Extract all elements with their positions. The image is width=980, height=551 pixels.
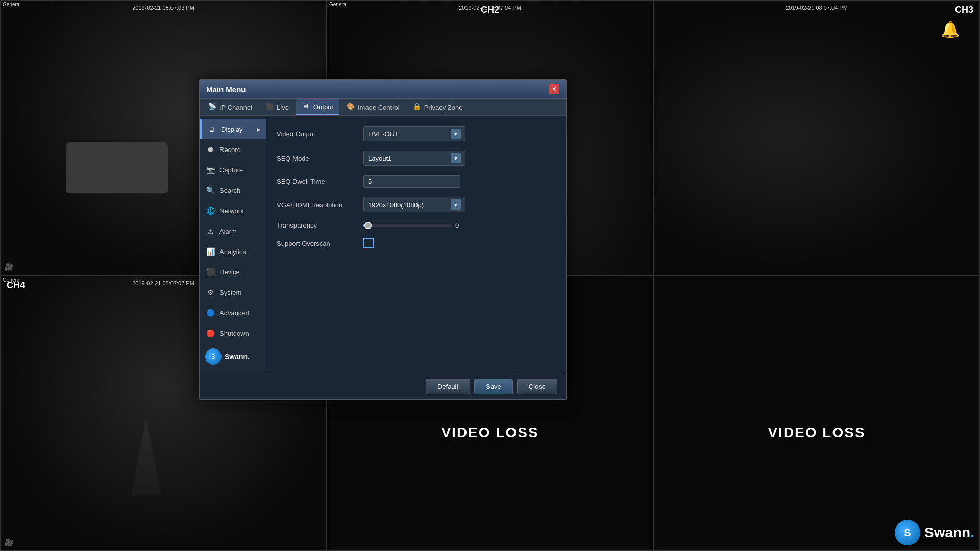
sidebar-item-capture[interactable]: 📷 Capture (200, 160, 266, 180)
sidebar-system-label: System (219, 289, 241, 296)
transparency-label: Transparency (277, 221, 358, 229)
dialog-title: Main Menu (206, 85, 246, 94)
live-icon: 🎥 (265, 103, 275, 112)
close-button[interactable]: Close (517, 379, 557, 394)
save-button[interactable]: Save (474, 379, 513, 394)
sidebar-item-shutdown[interactable]: 🔴 Shutdown (200, 323, 266, 343)
sidebar-analytics-label: Analytics (219, 248, 246, 256)
content-area: Video Output LIVE-OUT ▼ SEQ Mode Layout1… (266, 116, 566, 373)
sidebar-item-system[interactable]: ⚙ System (200, 282, 266, 303)
transparency-row: Transparency 0 (277, 221, 555, 229)
cam4-timestamp: 2019-02-21 08:07:07 PM (132, 280, 194, 286)
vga-hdmi-label: VGA/HDMI Resolution (277, 201, 358, 209)
video-output-value: LIVE-OUT (368, 130, 399, 138)
seq-dwell-control (363, 175, 465, 188)
vga-hdmi-value: 980x551(1080p) (368, 201, 424, 209)
seq-mode-control: Layout1 ▼ (363, 151, 465, 166)
swann-circle-icon: S (895, 520, 920, 545)
image-control-icon: 🎨 (347, 103, 356, 112)
cam6-swann: S Swann. (895, 520, 974, 545)
cam1-general: General (3, 2, 21, 7)
display-arrow-icon: ▶ (257, 127, 261, 132)
video-output-label: Video Output (277, 130, 358, 138)
transparency-slider-track[interactable] (363, 224, 451, 227)
cam1-timestamp: 2019-02-21 08:07:03 PM (132, 5, 194, 11)
main-menu-dialog: Main Menu ✕ 📡 IP Channel 🎥 Live 🖥 Output… (199, 79, 567, 400)
tab-bar: 📡 IP Channel 🎥 Live 🖥 Output 🎨 Image Con… (200, 99, 566, 116)
sidebar-swann-text: Swann. (225, 353, 250, 361)
camera-cell-6: VIDEO LOSS S Swann. (653, 276, 980, 551)
sidebar-search-label: Search (219, 187, 240, 194)
default-button[interactable]: Default (426, 379, 470, 394)
display-icon: 🖥 (207, 124, 217, 134)
sidebar-swann-logo: S Swann. (200, 343, 266, 370)
cam1-icon: 🎥 (5, 263, 13, 271)
sidebar-capture-label: Capture (219, 166, 243, 174)
sidebar-alarm-label: Alarm (219, 228, 237, 235)
alarm-icon: ⚠ (205, 226, 215, 236)
video-output-arrow: ▼ (451, 129, 461, 139)
sidebar-item-display[interactable]: 🖥 Display ▶ (200, 119, 266, 139)
cam1-car (66, 142, 168, 193)
support-overscan-checkbox[interactable] (363, 238, 374, 248)
privacy-zone-icon: 🔒 (413, 103, 422, 112)
cam4-icon: 🎥 (5, 538, 13, 546)
tab-image-control[interactable]: 🎨 Image Control (340, 99, 406, 115)
seq-dwell-input[interactable] (363, 175, 460, 188)
advanced-icon: 🔵 (205, 308, 215, 318)
sidebar-item-analytics[interactable]: 📊 Analytics (200, 241, 266, 262)
transparency-slider-thumb[interactable] (364, 222, 372, 229)
seq-dwell-label: SEQ Dwell Time (277, 178, 358, 185)
tab-privacy-zone-label: Privacy Zone (424, 104, 463, 111)
sidebar-item-record[interactable]: ⏺ Record (200, 139, 266, 160)
ip-channel-icon: 📡 (208, 103, 217, 112)
seq-mode-select[interactable]: Layout1 ▼ (363, 151, 465, 166)
seq-mode-row: SEQ Mode Layout1 ▼ (277, 151, 555, 166)
video-output-row: Video Output LIVE-OUT ▼ (277, 126, 555, 141)
vga-hdmi-control: 980x551(1080p) ▼ (363, 197, 465, 212)
capture-icon: 📷 (205, 165, 215, 175)
cam4-tree (131, 419, 161, 495)
cam2-label: CH2 (481, 5, 499, 15)
seq-mode-value: Layout1 (368, 155, 391, 162)
sidebar-display-label: Display (221, 126, 243, 133)
tab-live-label: Live (277, 104, 289, 111)
tab-privacy-zone[interactable]: 🔒 Privacy Zone (407, 99, 469, 115)
video-output-control: LIVE-OUT ▼ (363, 126, 465, 141)
sidebar-device-label: Device (219, 268, 240, 276)
transparency-slider-container: 0 (363, 221, 465, 229)
tab-output[interactable]: 🖥 Output (296, 99, 339, 115)
vga-hdmi-row: VGA/HDMI Resolution 980x551(1080p) ▼ (277, 197, 555, 212)
bell-icon[interactable]: 🔔 (941, 20, 960, 38)
sidebar-item-device[interactable]: ⬛ Device (200, 262, 266, 282)
dialog-titlebar: Main Menu ✕ (200, 80, 566, 99)
cam3-label: CH3 (955, 5, 973, 15)
vga-hdmi-arrow: ▼ (451, 199, 461, 210)
dialog-footer: Default Save Close (200, 373, 566, 399)
vga-hdmi-select[interactable]: 980x551(1080p) ▼ (363, 197, 465, 212)
swann-text: Swann. (924, 524, 974, 541)
sidebar: 🖥 Display ▶ ⏺ Record 📷 Capture 🔍 Search … (200, 116, 266, 373)
output-icon: 🖥 (302, 102, 311, 111)
transparency-value: 0 (455, 221, 465, 229)
analytics-icon: 📊 (205, 246, 215, 257)
dialog-close-button[interactable]: ✕ (549, 84, 559, 94)
shutdown-icon: 🔴 (205, 328, 215, 338)
tab-output-label: Output (313, 103, 333, 111)
video-output-select[interactable]: LIVE-OUT ▼ (363, 126, 465, 141)
sidebar-record-label: Record (219, 146, 241, 154)
support-overscan-label: Support Overscan (277, 240, 358, 247)
sidebar-item-advanced[interactable]: 🔵 Advanced (200, 303, 266, 323)
network-icon: 🌐 (205, 206, 215, 216)
tab-live[interactable]: 🎥 Live (259, 99, 295, 115)
tab-ip-channel[interactable]: 📡 IP Channel (202, 99, 258, 115)
sidebar-network-label: Network (219, 207, 244, 215)
sidebar-shutdown-label: Shutdown (219, 330, 249, 337)
tab-image-control-label: Image Control (358, 104, 400, 111)
device-icon: ⬛ (205, 267, 215, 277)
record-icon: ⏺ (205, 144, 215, 155)
sidebar-item-alarm[interactable]: ⚠ Alarm (200, 221, 266, 241)
sidebar-item-network[interactable]: 🌐 Network (200, 201, 266, 221)
sidebar-swann-circle: S (205, 348, 222, 365)
sidebar-item-search[interactable]: 🔍 Search (200, 180, 266, 201)
